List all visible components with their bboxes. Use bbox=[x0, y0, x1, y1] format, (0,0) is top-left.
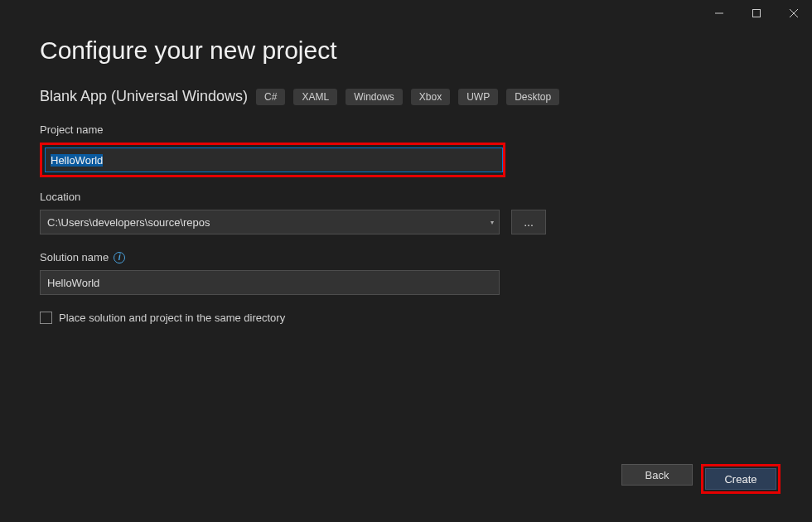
tag-csharp: C# bbox=[256, 89, 285, 105]
page-title: Configure your new project bbox=[40, 36, 772, 65]
tag-uwp: UWP bbox=[458, 89, 498, 105]
chevron-down-icon: ▾ bbox=[491, 219, 494, 226]
minimize-button[interactable] bbox=[700, 0, 737, 27]
location-label: Location bbox=[40, 191, 772, 203]
solution-name-label: Solution name i bbox=[40, 251, 772, 263]
same-directory-label: Place solution and project in the same d… bbox=[59, 312, 285, 324]
tag-desktop: Desktop bbox=[506, 89, 559, 105]
tag-xaml: XAML bbox=[293, 89, 337, 105]
create-highlight: Create bbox=[701, 464, 781, 494]
window-controls bbox=[700, 0, 812, 27]
same-directory-option[interactable]: Place solution and project in the same d… bbox=[40, 312, 772, 324]
project-name-highlight: HelloWorld bbox=[40, 143, 505, 177]
footer-buttons: Back Create bbox=[621, 464, 781, 494]
create-button[interactable]: Create bbox=[705, 468, 776, 490]
project-name-input[interactable]: HelloWorld bbox=[45, 147, 503, 172]
browse-button[interactable]: ... bbox=[511, 210, 546, 234]
svg-rect-1 bbox=[752, 10, 760, 17]
template-row: Blank App (Universal Windows) C# XAML Wi… bbox=[40, 88, 772, 105]
info-icon[interactable]: i bbox=[114, 252, 125, 263]
template-name: Blank App (Universal Windows) bbox=[40, 88, 248, 105]
checkbox-icon[interactable] bbox=[40, 312, 52, 324]
solution-name-input[interactable]: HelloWorld bbox=[40, 270, 500, 295]
project-name-label: Project name bbox=[40, 123, 772, 136]
close-button[interactable] bbox=[775, 0, 812, 27]
tag-xbox: Xbox bbox=[411, 89, 450, 105]
tag-windows: Windows bbox=[346, 89, 403, 105]
maximize-button[interactable] bbox=[737, 0, 775, 27]
location-value: C:\Users\developers\source\repos bbox=[47, 216, 210, 229]
location-dropdown[interactable]: C:\Users\developers\source\repos ▾ bbox=[40, 210, 500, 234]
back-button[interactable]: Back bbox=[621, 464, 693, 486]
